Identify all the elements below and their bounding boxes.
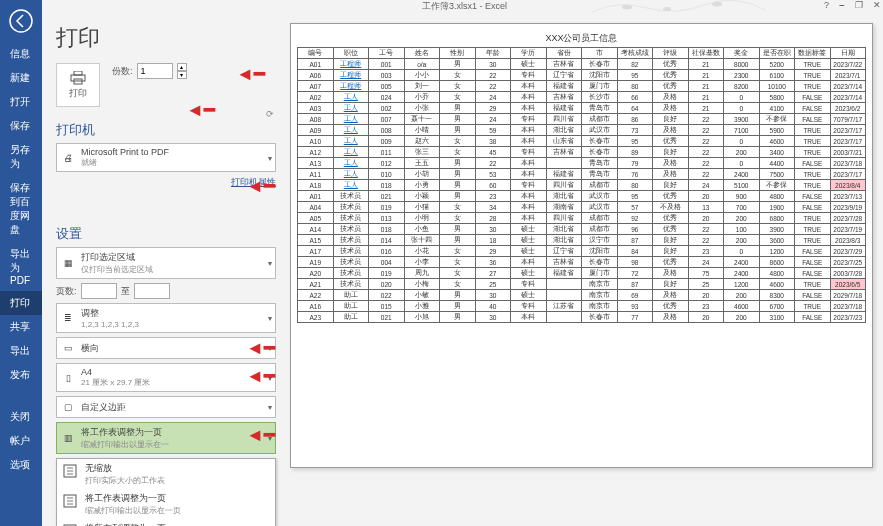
table-cell: 003 [369, 70, 405, 81]
table-cell: 青岛市 [582, 103, 618, 114]
sidebar-item-13[interactable]: 选项 [0, 453, 42, 477]
table-cell: 200 [724, 312, 760, 323]
table-cell: A23 [298, 312, 334, 323]
table-cell: 21 [688, 81, 724, 92]
table-cell: 1200 [759, 246, 795, 257]
table-cell: 小颖 [404, 191, 440, 202]
table-cell: 24 [688, 180, 724, 191]
table-cell: 23 [688, 301, 724, 312]
table-cell: 良好 [653, 147, 689, 158]
table-cell: 女 [440, 257, 476, 268]
table-header-cell: 日期 [830, 48, 866, 59]
table-cell: 厦门市 [582, 81, 618, 92]
paper-size-dropdown[interactable]: ▯ A4 21 厘米 x 29.7 厘米 ▾ [56, 363, 276, 392]
table-cell: 22 [688, 158, 724, 169]
table-cell: 200 [724, 213, 760, 224]
orientation-dropdown[interactable]: ▭ 横向 ▾ [56, 337, 276, 359]
table-cell: 良好 [653, 279, 689, 290]
help-icon[interactable]: ? [824, 0, 829, 10]
table-cell: TRUE [795, 224, 831, 235]
scale-option-0[interactable]: 无缩放打印实际大小的工作表 [57, 459, 275, 489]
table-cell: 013 [369, 213, 405, 224]
table-cell: 本科 [511, 125, 547, 136]
sidebar-item-12[interactable]: 帐户 [0, 429, 42, 453]
table-cell: TRUE [795, 81, 831, 92]
sidebar-item-10[interactable]: 发布 [0, 363, 42, 387]
table-cell: 30 [475, 312, 511, 323]
table-cell: 本科 [511, 213, 547, 224]
table-cell: A18 [298, 180, 334, 191]
scale-option-1[interactable]: 将工作表调整为一页缩减打印输出以显示在一页 [57, 489, 275, 519]
table-cell: 3900 [724, 114, 760, 125]
table-cell: TRUE [795, 125, 831, 136]
sidebar-item-3[interactable]: 保存 [0, 114, 42, 138]
table-cell: 技术员 [333, 268, 369, 279]
sidebar-item-9[interactable]: 导出 [0, 339, 42, 363]
sidebar-item-0[interactable]: 信息 [0, 42, 42, 66]
table-row: A15技术员014张十四男18硕士湖北省汉宁市87良好222003600TRUE… [298, 235, 866, 246]
sidebar-item-6[interactable]: 导出为PDF [0, 242, 42, 291]
table-cell: 技术员 [333, 202, 369, 213]
table-cell: 2023/7/28 [830, 213, 866, 224]
table-cell: TRUE [795, 235, 831, 246]
sidebar-item-4[interactable]: 另存为 [0, 138, 42, 176]
table-cell: 硕士 [511, 290, 547, 301]
copies-input[interactable] [137, 63, 173, 79]
back-button[interactable] [2, 2, 40, 40]
table-header-cell: 市 [582, 48, 618, 59]
table-cell: 长春市 [582, 257, 618, 268]
table-cell: FALSE [795, 268, 831, 279]
page-from-input[interactable] [81, 283, 117, 299]
table-cell: 95 [617, 191, 653, 202]
table-cell: 012 [369, 158, 405, 169]
margins-dropdown[interactable]: ▢ 自定义边距 ▾ [56, 396, 276, 418]
close-button[interactable]: ✕ [873, 0, 881, 10]
table-header-cell: 职位 [333, 48, 369, 59]
svg-rect-5 [74, 71, 82, 75]
page-to-input[interactable] [134, 283, 170, 299]
table-cell: 专科 [511, 147, 547, 158]
table-cell: 女 [440, 92, 476, 103]
table-cell: FALSE [795, 114, 831, 125]
table-cell: A19 [298, 257, 334, 268]
copies-spinner[interactable]: ▴▾ [177, 63, 187, 79]
table-cell: 工人 [333, 180, 369, 191]
table-cell: 青岛市 [582, 158, 618, 169]
table-cell: 0 [724, 103, 760, 114]
sidebar-item-1[interactable]: 新建 [0, 66, 42, 90]
table-cell: 2023/7/18 [830, 301, 866, 312]
scale-option-2[interactable]: 将所有列调整为一页缩减打印输出使其只有一页宽 [57, 519, 275, 526]
sidebar-item-2[interactable]: 打开 [0, 90, 42, 114]
printer-properties-link[interactable]: 打印机属性 [56, 176, 276, 189]
table-cell: 21 [688, 92, 724, 103]
table-cell: 湖北省 [546, 235, 582, 246]
sidebar-item-5[interactable]: 保存到百度网盘 [0, 176, 42, 242]
refresh-icon[interactable]: ⟳ [266, 109, 274, 119]
table-cell: 24 [475, 92, 511, 103]
svg-point-3 [712, 2, 722, 7]
table-cell: 南京市 [582, 290, 618, 301]
table-cell: 工程师 [333, 81, 369, 92]
table-cell: FALSE [795, 103, 831, 114]
table-cell: FALSE [795, 202, 831, 213]
table-cell: 男 [440, 59, 476, 70]
print-button[interactable]: 打印 [56, 63, 100, 107]
sidebar-item-7[interactable]: 打印 [0, 291, 42, 315]
print-scope-dropdown[interactable]: ▦ 打印选定区域 仅打印当前选定区域 ▾ [56, 247, 276, 279]
table-cell: 021 [369, 312, 405, 323]
table-cell: 工人 [333, 125, 369, 136]
table-cell: 89 [617, 147, 653, 158]
scaling-dropdown[interactable]: ▥ 将工作表调整为一页 缩减打印输出以显示在一 ▾ [56, 422, 276, 454]
table-cell: 沈阳市 [582, 70, 618, 81]
table-cell: 20 [688, 312, 724, 323]
table-cell: 4100 [759, 103, 795, 114]
sidebar-item-11[interactable]: 关闭 [0, 405, 42, 429]
restore-button[interactable]: ❐ [855, 0, 863, 10]
collate-dropdown[interactable]: ≣ 调整 1,2,3 1,2,3 1,2,3 ▾ [56, 303, 276, 333]
printer-dropdown[interactable]: 🖨 Microsoft Print to PDF 就绪 ▾ [56, 143, 276, 172]
sidebar-item-8[interactable]: 共享 [0, 315, 42, 339]
main-area: 工作簿3.xlsx1 - Excel ? ‒ ❐ ✕ 打印 打印 份数: [42, 0, 883, 526]
table-cell: 22 [688, 136, 724, 147]
minimize-button[interactable]: ‒ [839, 0, 845, 10]
table-cell: 良好 [653, 180, 689, 191]
